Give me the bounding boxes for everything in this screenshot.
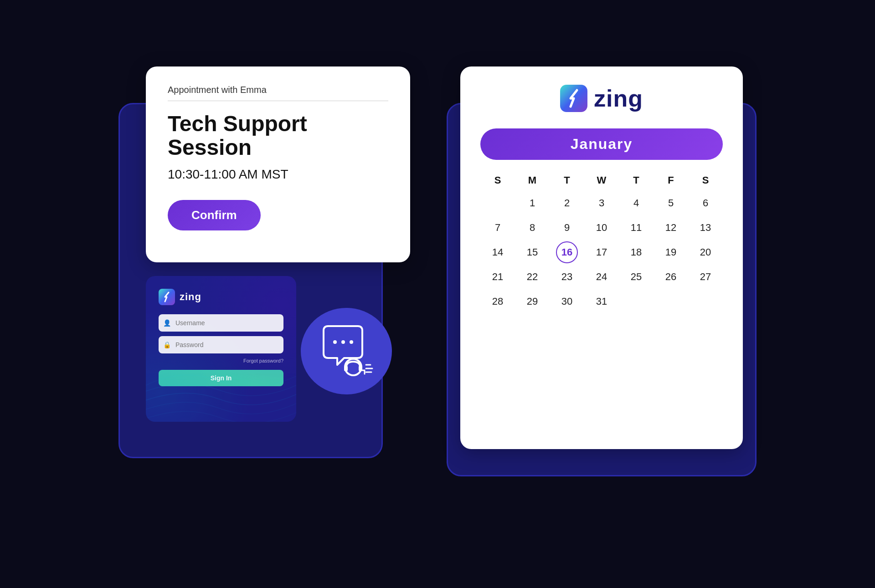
user-icon: 👤: [163, 319, 171, 327]
chat-icon-svg: [317, 322, 376, 381]
password-wrap: 🔒: [159, 336, 283, 353]
cal-cell-22[interactable]: 22: [515, 267, 550, 286]
cal-cell-31[interactable]: 31: [584, 292, 619, 311]
cal-cell-empty-3: [654, 292, 688, 311]
svg-rect-5: [344, 366, 348, 371]
username-input[interactable]: [159, 314, 283, 332]
calendar-card: zing January S M T W T F S 1 2 3 4: [460, 66, 743, 449]
password-input[interactable]: [159, 336, 283, 353]
cal-cell-5[interactable]: 5: [654, 194, 688, 213]
signin-button[interactable]: Sign In: [159, 370, 283, 386]
svg-point-1: [333, 340, 337, 344]
cal-cell-20[interactable]: 20: [688, 243, 723, 262]
zing-calendar-logo-icon: [560, 85, 587, 112]
cal-cell-10[interactable]: 10: [584, 218, 619, 237]
forgot-password-link[interactable]: Forgot password?: [159, 358, 283, 363]
cal-cell-21[interactable]: 21: [480, 267, 515, 286]
cal-cell-18[interactable]: 18: [619, 243, 654, 262]
cal-cell-8[interactable]: 8: [515, 218, 550, 237]
cal-cell-3[interactable]: 3: [584, 194, 619, 213]
cal-cell-30[interactable]: 30: [550, 292, 584, 311]
cal-cell-29[interactable]: 29: [515, 292, 550, 311]
confirm-button[interactable]: Confirm: [168, 200, 261, 230]
month-pill: January: [480, 128, 723, 160]
lock-icon: 🔒: [163, 341, 171, 348]
appointment-card: Appointment with Emma Tech Support Sessi…: [146, 66, 410, 262]
calendar-logo: zing: [480, 85, 723, 112]
cal-cell-25[interactable]: 25: [619, 267, 654, 286]
day-header-tue: T: [550, 174, 584, 186]
login-logo-text: zing: [180, 291, 201, 303]
appointment-title: Tech Support Session: [168, 112, 388, 160]
calendar-body: 1 2 3 4 5 6 7 8 9 10 11 12 13 14 15 16 1…: [480, 194, 723, 311]
chat-support-icon: [301, 308, 392, 394]
appointment-label: Appointment with Emma: [168, 85, 388, 95]
day-header-sat: S: [688, 174, 723, 186]
cal-cell-23[interactable]: 23: [550, 267, 584, 286]
calendar-logo-text: zing: [594, 85, 643, 112]
cal-cell-19[interactable]: 19: [654, 243, 688, 262]
svg-point-3: [350, 340, 353, 344]
day-header-fri: F: [654, 174, 688, 186]
day-header-mon: M: [515, 174, 550, 186]
cal-cell-26[interactable]: 26: [654, 267, 688, 286]
cal-cell-6[interactable]: 6: [688, 194, 723, 213]
username-wrap: 👤: [159, 314, 283, 332]
cal-cell-17[interactable]: 17: [584, 243, 619, 262]
calendar-header: S M T W T F S: [480, 174, 723, 186]
cal-cell-2[interactable]: 2: [550, 194, 584, 213]
cal-cell-14[interactable]: 14: [480, 243, 515, 262]
day-header-wed: W: [584, 174, 619, 186]
cal-cell-1[interactable]: 1: [515, 194, 550, 213]
cal-cell-24[interactable]: 24: [584, 267, 619, 286]
day-header-sun: S: [480, 174, 515, 186]
cal-cell-27[interactable]: 27: [688, 267, 723, 286]
cal-cell-11[interactable]: 11: [619, 218, 654, 237]
cal-cell-empty-4: [688, 292, 723, 311]
zing-logo-icon: [159, 289, 175, 305]
cal-cell-4[interactable]: 4: [619, 194, 654, 213]
appointment-time: 10:30-11:00 AM MST: [168, 167, 388, 182]
divider: [168, 101, 388, 101]
day-header-thu: T: [619, 174, 654, 186]
svg-point-2: [341, 340, 345, 344]
cal-cell-28[interactable]: 28: [480, 292, 515, 311]
calendar-grid: S M T W T F S 1 2 3 4 5 6 7 8 9: [480, 174, 723, 311]
cal-cell-15[interactable]: 15: [515, 243, 550, 262]
cal-cell-12[interactable]: 12: [654, 218, 688, 237]
scene: Appointment with Emma Tech Support Sessi…: [118, 66, 757, 522]
login-logo: zing: [159, 289, 283, 305]
login-card: zing 👤 🔒 Forgot password? Sign In: [146, 276, 296, 422]
month-label: January: [571, 136, 633, 152]
cal-cell-empty-2: [619, 292, 654, 311]
cal-cell-9[interactable]: 9: [550, 218, 584, 237]
cal-cell-empty-1[interactable]: [480, 194, 515, 213]
cal-cell-16-today[interactable]: 16: [550, 243, 584, 262]
cal-cell-13[interactable]: 13: [688, 218, 723, 237]
cal-cell-7[interactable]: 7: [480, 218, 515, 237]
